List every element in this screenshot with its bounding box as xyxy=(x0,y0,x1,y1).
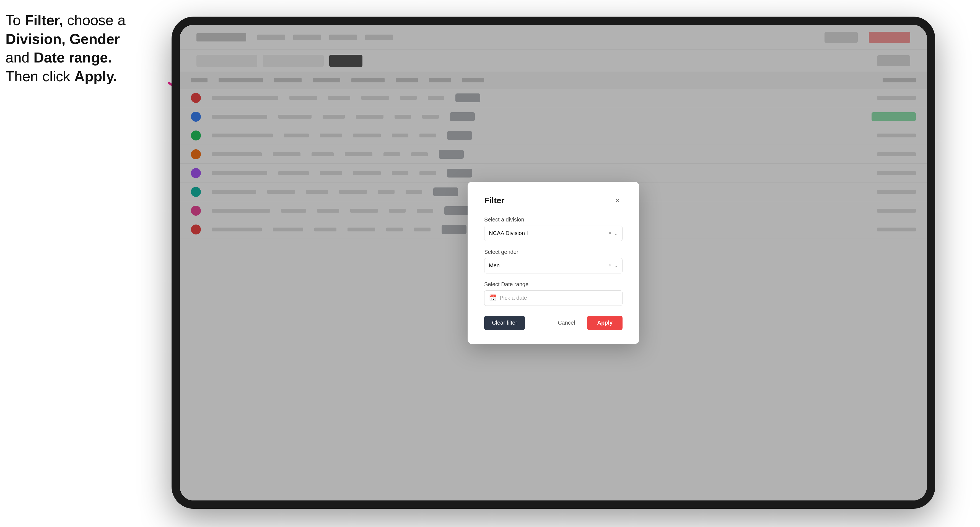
division-arrow-icon: ⌄ xyxy=(614,230,618,237)
date-input[interactable]: 📅 Pick a date xyxy=(484,290,622,306)
division-value: NCAA Division I xyxy=(489,230,528,237)
calendar-icon: 📅 xyxy=(489,294,496,302)
gender-arrow-icon: ⌄ xyxy=(614,263,618,269)
division-group: Select a division NCAA Division I × ⌄ xyxy=(484,216,622,241)
division-controls: × ⌄ xyxy=(608,230,618,237)
modal-title-row: Filter × xyxy=(484,195,622,205)
instruction-line1: To Filter, choose a xyxy=(6,12,126,28)
modal-footer-right: Cancel Apply xyxy=(550,316,622,330)
date-range-group: Select Date range 📅 Pick a date xyxy=(484,281,622,306)
apply-button[interactable]: Apply xyxy=(587,316,622,330)
gender-value: Men xyxy=(489,262,500,269)
clear-filter-button[interactable]: Clear filter xyxy=(484,316,525,330)
gender-clear-icon[interactable]: × xyxy=(608,263,611,268)
filter-modal: Filter × Select a division NCAA Division… xyxy=(468,182,639,344)
modal-backdrop: Filter × Select a division NCAA Division… xyxy=(180,25,927,500)
gender-group: Select gender Men × ⌄ xyxy=(484,249,622,273)
cancel-button[interactable]: Cancel xyxy=(550,316,583,330)
modal-footer: Clear filter Cancel Apply xyxy=(484,316,622,330)
gender-controls: × ⌄ xyxy=(608,263,618,269)
gender-label: Select gender xyxy=(484,249,622,255)
division-clear-icon[interactable]: × xyxy=(608,230,611,236)
instruction-line3: and Date range. xyxy=(6,49,112,65)
gender-select[interactable]: Men × ⌄ xyxy=(484,258,622,273)
instruction-bold2: Division, Gender xyxy=(6,31,120,47)
date-placeholder: Pick a date xyxy=(500,295,527,301)
instruction-text: To Filter, choose a Division, Gender and… xyxy=(6,11,166,86)
tablet-frame: Filter × Select a division NCAA Division… xyxy=(172,17,935,509)
instruction-line4: Then click Apply. xyxy=(6,68,117,84)
tablet-screen: Filter × Select a division NCAA Division… xyxy=(180,25,927,500)
modal-close-button[interactable]: × xyxy=(612,195,622,205)
modal-title: Filter xyxy=(484,196,504,205)
division-select[interactable]: NCAA Division I × ⌄ xyxy=(484,225,622,241)
division-label: Select a division xyxy=(484,216,622,223)
date-label: Select Date range xyxy=(484,281,622,287)
